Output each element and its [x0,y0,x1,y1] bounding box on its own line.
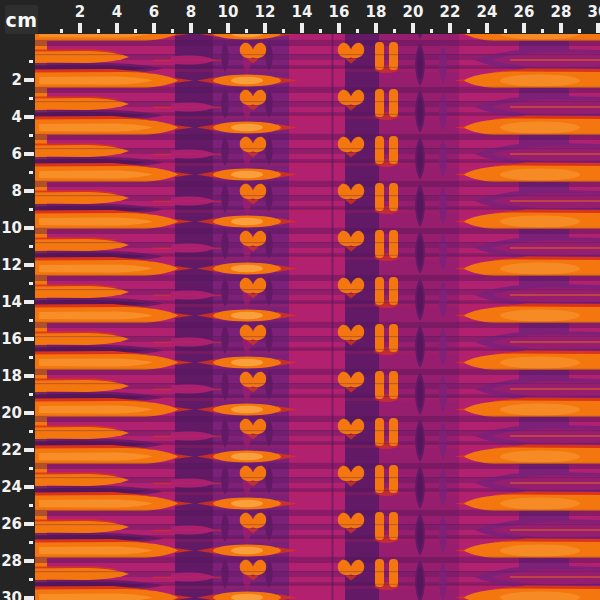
ruler-label: 12 [1,256,22,274]
ruler-label: 8 [186,3,196,21]
ruler-major-tick [522,23,526,33]
ruler-label: 24 [1,478,22,496]
ruler-label: 14 [292,3,313,21]
ruler-label: 6 [149,3,159,21]
ruler-major-tick [24,152,34,156]
ruler-label: 20 [403,3,424,21]
ruler-minor-tick [29,467,33,470]
ruler-major-tick [448,23,452,33]
ruler-major-tick [24,448,34,452]
ruler-minor-tick [208,29,211,33]
ruler-minor-tick [29,578,33,581]
ruler-label: 4 [12,108,22,126]
ruler-label: 20 [1,404,22,422]
ruler-label: 6 [12,145,22,163]
ruler-major-tick [24,300,34,304]
ruler-major-tick [374,23,378,33]
ruler-label: 2 [75,3,85,21]
ruler-minor-tick [282,29,285,33]
ruler-major-tick [24,596,34,600]
fabric-pattern-svg [35,34,600,600]
ruler-label: 22 [1,441,22,459]
ruler-label: 4 [112,3,122,21]
ruler-major-tick [24,78,34,82]
ruler-major-tick [263,23,267,33]
ruler-label: 10 [218,3,239,21]
ruler-label: 18 [1,367,22,385]
ruler-minor-tick [97,29,100,33]
ruler-major-tick [300,23,304,33]
ruler-major-tick [24,522,34,526]
ruler-minor-tick [134,29,137,33]
ruler-label: 26 [514,3,535,21]
ruler-label: 22 [440,3,461,21]
ruler-major-tick [559,23,563,33]
ruler-minor-tick [29,134,33,137]
ruler-major-tick [24,485,34,489]
ruler-major-tick [115,23,119,33]
ruler-minor-tick [29,504,33,507]
ruler-label: 2 [12,71,22,89]
ruler-label: 14 [1,293,22,311]
ruler-label: 18 [366,3,387,21]
swatch-viewer: cm 24681012141618202224262830 2468101214… [0,0,600,600]
ruler-major-tick [411,23,415,33]
ruler-minor-tick [29,245,33,248]
ruler-label: 8 [12,182,22,200]
ruler-major-tick [226,23,230,33]
ruler-minor-tick [356,29,359,33]
ruler-minor-tick [29,282,33,285]
ruler-major-tick [24,115,34,119]
ruler-minor-tick [29,208,33,211]
ruler-left: 24681012141618202224262830 [0,0,35,600]
ruler-minor-tick [29,97,33,100]
ruler-label: 26 [1,515,22,533]
ruler-top: 24681012141618202224262830 [0,0,600,34]
ruler-label: 30 [588,3,600,21]
ruler-label: 30 [1,589,22,600]
ruler-major-tick [24,411,34,415]
ruler-major-tick [24,189,34,193]
ruler-minor-tick [29,319,33,322]
ruler-minor-tick [171,29,174,33]
ruler-minor-tick [541,29,544,33]
ruler-minor-tick [319,29,322,33]
fabric-swatch-preview[interactable] [35,34,600,600]
ruler-major-tick [189,23,193,33]
ruler-label: 28 [551,3,572,21]
ruler-major-tick [24,374,34,378]
ruler-major-tick [337,23,341,33]
ruler-minor-tick [29,541,33,544]
ruler-label: 12 [255,3,276,21]
ruler-label: 16 [329,3,350,21]
ruler-label: 10 [1,219,22,237]
ruler-major-tick [152,23,156,33]
ruler-minor-tick [430,29,433,33]
ruler-label: 16 [1,330,22,348]
ruler-major-tick [78,23,82,33]
ruler-minor-tick [393,29,396,33]
ruler-major-tick [24,263,34,267]
ruler-minor-tick [29,60,33,63]
ruler-major-tick [596,23,600,33]
ruler-minor-tick [29,430,33,433]
ruler-minor-tick [29,171,33,174]
ruler-minor-tick [578,29,581,33]
ruler-label: 28 [1,552,22,570]
ruler-minor-tick [467,29,470,33]
ruler-minor-tick [60,29,63,33]
ruler-minor-tick [245,29,248,33]
ruler-label: 24 [477,3,498,21]
ruler-major-tick [24,226,34,230]
ruler-major-tick [24,337,34,341]
ruler-minor-tick [29,393,33,396]
ruler-major-tick [24,559,34,563]
ruler-minor-tick [504,29,507,33]
ruler-minor-tick [29,356,33,359]
ruler-major-tick [485,23,489,33]
